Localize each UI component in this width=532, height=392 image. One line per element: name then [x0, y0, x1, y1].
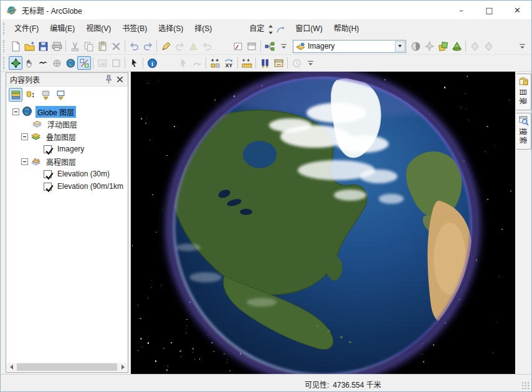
print-icon[interactable] [50, 39, 64, 53]
svg-text:i: i [151, 60, 153, 67]
star-burst-icon[interactable] [422, 39, 436, 53]
pyramid-icon[interactable] [450, 39, 463, 53]
elevation-30m-checkbox[interactable] [44, 170, 52, 178]
toolbar-grip[interactable] [3, 40, 7, 52]
tree-label[interactable]: 叠加图层 [44, 131, 78, 143]
delete-icon[interactable] [109, 39, 123, 53]
pin-icon[interactable] [103, 74, 114, 85]
edit-pen-icon[interactable] [159, 39, 173, 53]
overflow-down-icon[interactable] [303, 56, 317, 70]
layer-tree: Globe 图层 浮动图层 叠加图层 Imagery 高程图层 [6, 103, 128, 193]
globe-viewport[interactable] [131, 72, 515, 375]
contrast-circle-icon[interactable] [409, 39, 422, 53]
tab-search[interactable]: 搜索 [516, 113, 531, 150]
undo-icon[interactable] [127, 39, 141, 53]
menu-window[interactable]: 窗口(W) [290, 20, 328, 37]
ghost-select-icon[interactable] [176, 56, 190, 70]
menu-view[interactable]: 视图(V) [80, 20, 116, 37]
scroll-left-icon[interactable] [7, 363, 16, 371]
menu-bookmarks[interactable]: 书签(B) [116, 20, 153, 37]
toolbar-grip[interactable] [3, 57, 7, 69]
ghost-redo-icon[interactable] [173, 39, 186, 53]
menu-edit[interactable]: 编辑(E) [44, 20, 80, 37]
combo-dropdown-button[interactable] [395, 41, 405, 52]
paste-icon[interactable] [95, 39, 109, 53]
model-builder-icon[interactable] [263, 39, 277, 53]
new-doc-icon[interactable] [9, 39, 22, 53]
copy-icon[interactable] [82, 39, 95, 53]
list-by-drawing-order-icon[interactable] [9, 88, 22, 102]
menu-selection-ghost[interactable]: 择(S) [189, 20, 217, 37]
toc-horizontal-scrollbar[interactable] [7, 363, 127, 371]
ghost-frame-icon[interactable] [109, 56, 123, 70]
window-controls: – □ ✕ [447, 1, 531, 19]
ghost-undo-icon[interactable] [200, 39, 214, 53]
earth-globe[interactable] [131, 72, 515, 375]
list-by-source-icon[interactable] [24, 88, 37, 102]
tree-label[interactable]: Elevation (90m/1km [55, 181, 125, 191]
menu-selection[interactable]: 选择(S) [153, 20, 189, 37]
redo-icon[interactable] [141, 39, 154, 53]
toolbar-separator [65, 41, 66, 52]
maximize-button[interactable]: □ [475, 1, 503, 19]
tree-row-elevation-90m[interactable]: Elevation (90m/1km [6, 180, 128, 193]
select-arrow-icon[interactable] [127, 56, 141, 70]
scroll-right-icon[interactable] [118, 363, 127, 371]
ghost-clock-icon[interactable] [290, 56, 303, 70]
pan-hand-icon[interactable] [22, 56, 36, 70]
swap-layers-icon[interactable] [436, 39, 450, 53]
window-plain-icon[interactable] [245, 39, 259, 53]
collapse-expander[interactable] [21, 133, 28, 140]
tree-label[interactable]: 浮动图层 [45, 118, 79, 130]
menu-file[interactable]: 文件(F) [9, 20, 44, 37]
cut-icon[interactable] [68, 39, 82, 53]
list-by-selection-icon[interactable] [54, 88, 67, 102]
list-by-visibility-icon[interactable] [39, 88, 52, 102]
tree-label[interactable]: 高程图层 [44, 156, 78, 168]
tree-row-draped-layers[interactable]: 叠加图层 [6, 130, 128, 143]
tree-row-globe-layers[interactable]: Globe 图层 [6, 105, 128, 118]
collapse-expander[interactable] [12, 108, 19, 115]
tree-label[interactable]: Imagery [55, 144, 86, 154]
html-popup-bars-icon[interactable] [258, 56, 272, 70]
measure-ruler-icon[interactable] [240, 56, 254, 70]
goto-xy-icon[interactable]: XY [222, 56, 235, 70]
ghost-curve-icon[interactable] [190, 56, 204, 70]
tree-row-elevation-30m[interactable]: Elevation (30m) [6, 168, 128, 180]
add-window-icon[interactable] [231, 39, 245, 53]
close-button[interactable]: ✕ [503, 1, 531, 19]
open-folder-icon[interactable] [22, 39, 36, 53]
menubar-grip[interactable] [3, 22, 7, 35]
ghost-pic-icon[interactable] [95, 56, 109, 70]
resize-grip[interactable] [521, 381, 530, 390]
tree-row-elevation-layers[interactable]: 高程图层 [6, 155, 128, 168]
save-icon[interactable] [36, 39, 50, 53]
toc-close-icon[interactable] [114, 74, 125, 85]
window-panel-icon[interactable] [272, 56, 285, 70]
diamond-gray-icon[interactable] [468, 39, 482, 53]
toolbar-overflow-icon[interactable] [515, 39, 529, 53]
elevation-90m-checkbox[interactable] [44, 183, 52, 191]
diamond-gray-icon[interactable] [482, 39, 495, 53]
tree-row-imagery[interactable]: Imagery [6, 143, 128, 155]
zoom-percent-icon[interactable] [77, 56, 91, 70]
layer-of-interest-combo[interactable]: Imagery [293, 40, 406, 53]
overflow-down-icon[interactable] [277, 39, 290, 53]
find-plus-icon[interactable] [208, 56, 222, 70]
full-extent-globe-icon[interactable] [64, 56, 77, 70]
collapse-expander[interactable] [21, 158, 28, 165]
ghost-ruler-icon[interactable] [186, 39, 200, 53]
navigate-icon[interactable] [9, 56, 22, 70]
identify-info-icon[interactable]: i [145, 56, 159, 70]
fly-bird-icon[interactable] [36, 56, 50, 70]
menu-customize[interactable]: 自定 [244, 20, 290, 37]
scrollbar-thumb[interactable] [17, 363, 117, 371]
center-target-icon[interactable] [50, 56, 64, 70]
tab-catalog[interactable]: 目录 [516, 74, 531, 110]
tree-label[interactable]: Elevation (30m) [55, 169, 112, 179]
tree-label[interactable]: Globe 图层 [36, 106, 76, 118]
menu-help[interactable]: 帮助(H) [328, 20, 365, 37]
minimize-button[interactable]: – [447, 1, 475, 19]
imagery-checkbox[interactable] [44, 145, 52, 153]
tree-row-floating-layers[interactable]: 浮动图层 [6, 118, 128, 130]
